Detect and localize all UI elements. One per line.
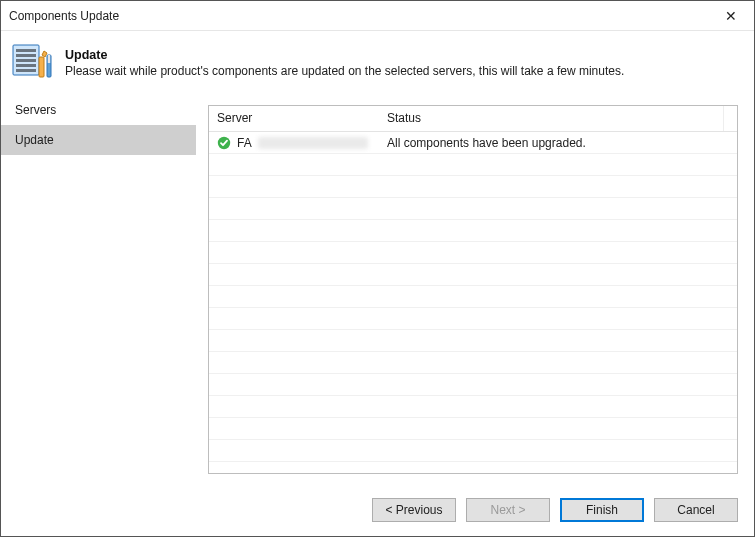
cell-status: All components have been upgraded.: [379, 136, 723, 150]
svg-rect-6: [39, 57, 44, 77]
column-header-status[interactable]: Status: [379, 106, 723, 131]
svg-rect-5: [16, 69, 36, 72]
close-button[interactable]: ✕: [710, 2, 752, 30]
column-header-label: Server: [217, 111, 252, 125]
table-row[interactable]: FAAll components have been upgraded.: [209, 132, 737, 154]
table-row-empty: [209, 352, 737, 374]
next-button[interactable]: Next >: [466, 498, 550, 522]
page-subtitle: Please wait while product's components a…: [65, 64, 624, 78]
column-header-server[interactable]: Server: [209, 106, 379, 131]
wizard-steps-sidebar: Servers Update: [1, 95, 196, 484]
svg-rect-8: [48, 55, 50, 63]
table-row-empty: [209, 286, 737, 308]
table-row-empty: [209, 396, 737, 418]
cancel-button[interactable]: Cancel: [654, 498, 738, 522]
svg-rect-4: [16, 64, 36, 67]
table-row-empty: [209, 418, 737, 440]
success-icon: [217, 136, 231, 150]
button-label: Finish: [586, 503, 618, 517]
table-row-empty: [209, 462, 737, 473]
close-icon: ✕: [725, 8, 737, 24]
previous-button[interactable]: < Previous: [372, 498, 456, 522]
table-row-empty: [209, 308, 737, 330]
table-row-empty: [209, 374, 737, 396]
cell-server: FA: [209, 136, 379, 150]
column-header-spacer: [723, 106, 737, 131]
finish-button[interactable]: Finish: [560, 498, 644, 522]
table-row-empty: [209, 440, 737, 462]
header-text: Update Please wait while product's compo…: [65, 48, 624, 78]
update-icon: [11, 41, 55, 85]
svg-rect-3: [16, 59, 36, 62]
title-bar: Components Update ✕: [1, 1, 754, 31]
button-label: < Previous: [385, 503, 442, 517]
server-name: FA: [237, 136, 252, 150]
svg-rect-1: [16, 49, 36, 52]
page-title: Update: [65, 48, 624, 62]
grid-header: Server Status: [209, 106, 737, 132]
wizard-footer: < Previous Next > Finish Cancel: [1, 484, 754, 536]
button-label: Next >: [490, 503, 525, 517]
table-row-empty: [209, 242, 737, 264]
grid-body: FAAll components have been upgraded.: [209, 132, 737, 473]
table-row-empty: [209, 154, 737, 176]
sidebar-item-servers[interactable]: Servers: [1, 95, 196, 125]
column-header-label: Status: [387, 111, 421, 125]
wizard-body: Servers Update Server Status FAAll compo…: [1, 95, 754, 484]
redacted-text: [258, 137, 368, 149]
window-title: Components Update: [9, 9, 710, 23]
button-label: Cancel: [677, 503, 714, 517]
servers-grid: Server Status FAAll components have been…: [208, 105, 738, 474]
table-row-empty: [209, 264, 737, 286]
table-row-empty: [209, 198, 737, 220]
main-panel: Server Status FAAll components have been…: [196, 95, 754, 484]
table-row-empty: [209, 330, 737, 352]
sidebar-item-update[interactable]: Update: [1, 125, 196, 155]
sidebar-item-label: Servers: [15, 103, 56, 117]
svg-rect-2: [16, 54, 36, 57]
table-row-empty: [209, 176, 737, 198]
sidebar-item-label: Update: [15, 133, 54, 147]
dialog-window: Components Update ✕ Update Please wait w…: [0, 0, 755, 537]
table-row-empty: [209, 220, 737, 242]
wizard-header: Update Please wait while product's compo…: [1, 31, 754, 95]
